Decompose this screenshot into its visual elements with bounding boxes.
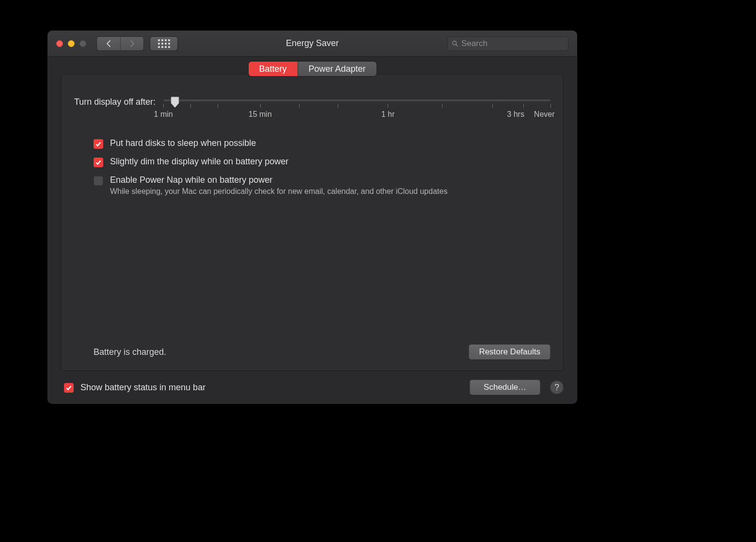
slider-legend: 1 min 15 min 1 hr 3 hrs Never <box>163 110 551 122</box>
slider-legend-3hrs: 3 hrs <box>507 110 524 119</box>
slider-thumb[interactable] <box>171 96 179 108</box>
chevron-left-icon <box>106 40 111 47</box>
restore-defaults-button[interactable]: Restore Defaults <box>469 344 551 360</box>
show-battery-menubar-label: Show battery status in menu bar <box>80 383 205 393</box>
chevron-right-icon <box>129 40 135 47</box>
content-area: Battery Power Adapter Turn display off a… <box>47 57 577 404</box>
search-input[interactable] <box>461 39 564 48</box>
slider-legend-never: Never <box>534 110 555 119</box>
help-button[interactable]: ? <box>550 381 564 394</box>
display-sleep-label: Turn display off after: <box>74 97 156 107</box>
svg-line-1 <box>456 44 457 46</box>
checkbox-power-nap[interactable] <box>94 176 103 186</box>
window-controls <box>56 40 86 47</box>
tab-bar: Battery Power Adapter <box>248 62 376 76</box>
checkbox-dim-display[interactable] <box>94 158 103 167</box>
slider-legend-15min: 15 min <box>249 110 272 119</box>
forward-button[interactable] <box>120 37 143 50</box>
grid-icon <box>158 39 170 48</box>
tab-battery[interactable]: Battery <box>248 62 297 76</box>
search-icon <box>452 40 458 48</box>
option-power-nap-description: While sleeping, your Mac can periodicall… <box>110 187 447 196</box>
slider-ticks <box>163 104 551 111</box>
checkmark-icon <box>95 141 102 147</box>
show-all-button[interactable] <box>150 37 177 50</box>
option-power-nap-label: Enable Power Nap while on battery power <box>110 175 447 185</box>
slider-legend-1min: 1 min <box>154 110 173 119</box>
nav-back-forward <box>97 37 143 50</box>
option-dim-display: Slightly dim the display while on batter… <box>94 157 551 167</box>
option-hard-disks: Put hard disks to sleep when possible <box>94 138 551 149</box>
checkbox-hard-disks[interactable] <box>94 139 103 149</box>
panel-footer: Battery is charged. Restore Defaults <box>74 344 551 360</box>
tab-power-adapter[interactable]: Power Adapter <box>297 62 376 76</box>
close-window-button[interactable] <box>56 40 63 47</box>
option-power-nap: Enable Power Nap while on battery power … <box>94 175 551 196</box>
back-button[interactable] <box>97 37 120 50</box>
display-sleep-slider[interactable]: 1 min 15 min 1 hr 3 hrs Never <box>163 96 551 122</box>
option-dim-display-label: Slightly dim the display while on batter… <box>110 157 288 167</box>
titlebar: Energy Saver <box>47 31 577 57</box>
zoom-window-button[interactable] <box>79 40 86 47</box>
slider-legend-1hr: 1 hr <box>381 110 395 119</box>
checkmark-icon <box>65 384 72 391</box>
display-sleep-row: Turn display off after: <box>74 96 551 122</box>
option-hard-disks-label: Put hard disks to sleep when possible <box>110 138 256 148</box>
preferences-window: Energy Saver Battery Power Adapter Turn … <box>47 31 577 404</box>
schedule-button[interactable]: Schedule… <box>470 380 540 395</box>
checkmark-icon <box>95 159 102 166</box>
slider-track <box>163 99 551 101</box>
search-field[interactable] <box>447 36 568 51</box>
bottom-row: Show battery status in menu bar Schedule… <box>61 380 564 395</box>
minimize-window-button[interactable] <box>68 40 75 47</box>
settings-panel: Turn display off after: <box>61 74 564 371</box>
checkbox-show-battery-menubar[interactable] <box>64 383 74 393</box>
options-list: Put hard disks to sleep when possible Sl… <box>94 138 551 199</box>
battery-status: Battery is charged. <box>94 347 166 357</box>
